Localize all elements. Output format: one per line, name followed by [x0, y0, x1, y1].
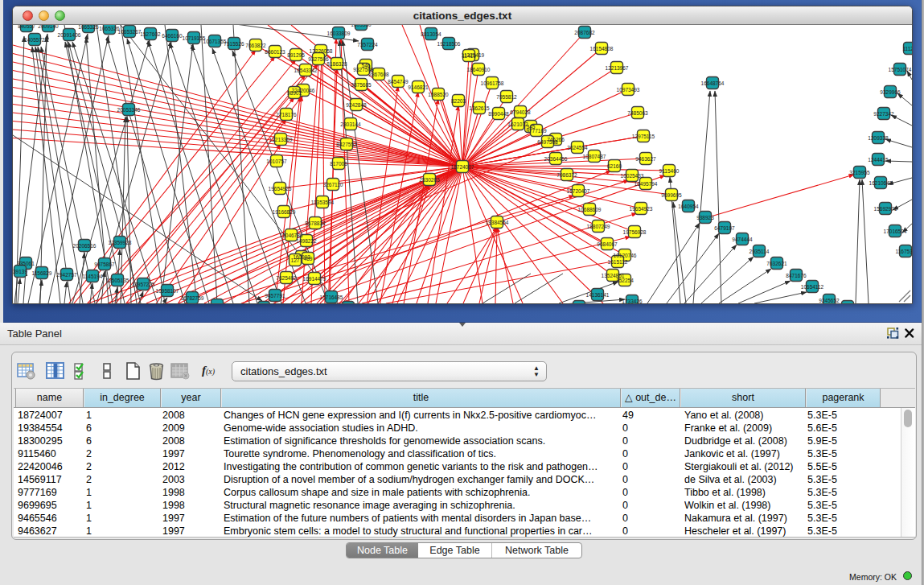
svg-text:8454749: 8454749 [388, 79, 409, 84]
svg-text:7625402: 7625402 [276, 275, 297, 281]
svg-text:12213967: 12213967 [606, 65, 629, 71]
svg-text:7357224: 7357224 [357, 42, 378, 47]
svg-text:16648764: 16648764 [701, 80, 725, 86]
svg-text:6479197: 6479197 [714, 225, 735, 231]
svg-text:1010757: 1010757 [266, 159, 287, 164]
svg-text:1065326: 1065326 [99, 26, 120, 31]
svg-text:16782759: 16782759 [181, 295, 204, 301]
svg-text:9474444: 9474444 [732, 237, 753, 242]
svg-text:938923: 938923 [696, 215, 714, 220]
svg-text:1209338: 1209338 [868, 135, 889, 141]
svg-text:19756928: 19756928 [623, 229, 647, 235]
svg-text:15692971: 15692971 [874, 206, 897, 212]
svg-text:9463627: 9463627 [635, 156, 656, 162]
svg-text:15716485: 15716485 [320, 295, 343, 300]
svg-text:7632621: 7632621 [766, 261, 787, 266]
svg-text:39139: 39139 [13, 269, 27, 274]
svg-text:3267110: 3267110 [323, 182, 343, 187]
svg-text:20053346: 20053346 [117, 107, 141, 113]
svg-text:1362615: 1362615 [469, 105, 490, 111]
svg-text:10807487: 10807487 [583, 154, 606, 159]
svg-text:252254: 252254 [616, 278, 634, 283]
svg-text:9457791: 9457791 [265, 293, 285, 299]
svg-text:8660123: 8660123 [265, 49, 285, 55]
svg-text:16914479: 16914479 [303, 276, 326, 282]
svg-text:1527602: 1527602 [140, 31, 161, 37]
svg-text:13226058: 13226058 [310, 48, 333, 54]
svg-text:2935114: 2935114 [749, 249, 770, 254]
svg-text:6497568: 6497568 [537, 139, 558, 145]
svg-text:1405572: 1405572 [24, 37, 45, 43]
svg-text:9327506: 9327506 [308, 56, 329, 62]
svg-text:7515526: 7515526 [224, 41, 244, 47]
svg-text:20206516: 20206516 [73, 243, 97, 249]
svg-text:3875685: 3875685 [351, 82, 372, 88]
svg-text:8471676: 8471676 [786, 273, 807, 278]
svg-text:840557: 840557 [18, 25, 35, 29]
svg-text:2803144: 2803144 [340, 122, 361, 127]
svg-text:14136141: 14136141 [586, 292, 610, 298]
svg-text:7663822: 7663822 [245, 43, 266, 48]
svg-text:2087682: 2087682 [574, 30, 595, 35]
svg-text:19384554: 19384554 [486, 220, 509, 225]
svg-text:18640910: 18640910 [467, 67, 491, 72]
svg-text:20091406: 20091406 [58, 32, 81, 38]
svg-text:7955812: 7955812 [496, 94, 517, 100]
svg-text:8186328: 8186328 [326, 61, 347, 67]
svg-text:10719155: 10719155 [183, 35, 206, 41]
svg-text:17957225: 17957225 [132, 282, 155, 287]
svg-text:18807249: 18807249 [587, 224, 610, 229]
svg-text:19654923: 19654923 [630, 206, 653, 212]
svg-text:18724007: 18724007 [451, 164, 474, 170]
svg-text:16543342: 16543342 [294, 68, 318, 73]
svg-text:10653267: 10653267 [118, 29, 142, 35]
svg-text:9329966: 9329966 [880, 89, 901, 95]
svg-text:10961758: 10961758 [481, 80, 504, 86]
svg-text:17359928: 17359928 [109, 240, 132, 245]
svg-text:3215955: 3215955 [849, 170, 870, 175]
svg-text:9146821: 9146821 [408, 84, 429, 90]
svg-text:335061: 335061 [17, 261, 35, 266]
svg-text:2942757: 2942757 [56, 272, 77, 278]
svg-text:9245652: 9245652 [819, 298, 840, 303]
svg-text:62160: 62160 [607, 163, 622, 169]
svg-text:9684067: 9684067 [597, 241, 618, 247]
svg-text:17016504: 17016504 [884, 229, 907, 234]
svg-text:10958107: 10958107 [156, 288, 179, 294]
svg-text:489: 489 [304, 256, 313, 262]
svg-text:1733426: 1733426 [622, 299, 643, 304]
svg-text:3624554: 3624554 [567, 145, 588, 150]
svg-text:1244415: 1244415 [868, 157, 889, 163]
svg-text:10046786: 10046786 [280, 233, 303, 238]
svg-text:1640954: 1640954 [678, 204, 699, 209]
svg-text:11353594: 11353594 [311, 200, 335, 205]
svg-text:6794028: 6794028 [510, 109, 531, 115]
svg-text:19218506: 19218506 [437, 41, 461, 47]
svg-text:15720407: 15720407 [567, 188, 590, 194]
svg-text:12505135: 12505135 [106, 278, 129, 283]
svg-text:1156829: 1156829 [32, 270, 52, 276]
svg-text:16033809: 16033809 [327, 31, 351, 36]
svg-text:98901: 98901 [287, 90, 302, 96]
svg-text:10688609: 10688609 [578, 207, 602, 212]
svg-text:12213369: 12213369 [269, 137, 293, 142]
svg-text:8678834: 8678834 [305, 220, 326, 226]
svg-text:11123: 11123 [902, 46, 912, 51]
svg-text:1603380: 1603380 [351, 25, 372, 27]
svg-text:2718176: 2718176 [276, 112, 297, 117]
svg-text:19166829: 19166829 [273, 209, 296, 215]
svg-text:16210643: 16210643 [869, 180, 893, 186]
svg-text:2867608: 2867608 [368, 72, 389, 77]
svg-text:1167533: 1167533 [896, 249, 912, 254]
svg-text:12975115: 12975115 [632, 134, 655, 139]
svg-text:12923445: 12923445 [206, 303, 229, 304]
svg-text:9699695: 9699695 [661, 192, 682, 198]
svg-text:8427552: 8427552 [336, 142, 357, 147]
svg-text:1065325: 1065325 [78, 25, 99, 30]
svg-text:10025433: 10025433 [621, 173, 644, 179]
svg-text:16154808: 16154808 [590, 46, 614, 51]
svg-text:10973493: 10973493 [617, 87, 640, 93]
svg-text:1615112: 1615112 [608, 259, 628, 265]
svg-text:2009140: 2009140 [38, 25, 59, 29]
svg-text:19654925: 19654925 [269, 186, 292, 192]
